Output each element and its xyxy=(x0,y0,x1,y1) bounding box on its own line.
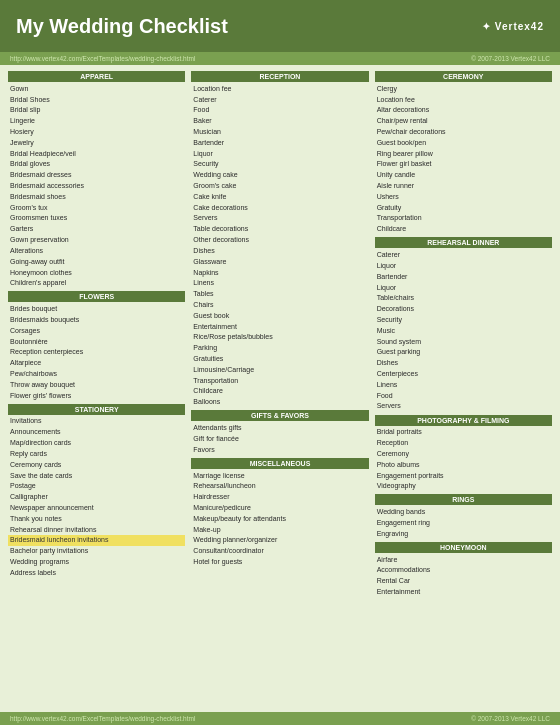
list-item: Lingerie xyxy=(8,115,185,126)
list-item: Bridal portraits xyxy=(375,427,552,438)
list-item: Security xyxy=(375,314,552,325)
column-1: APPAREL Gown Bridal Shoes Bridal slip Li… xyxy=(8,71,185,706)
list-item: Reply cards xyxy=(8,448,185,459)
list-item: Airfare xyxy=(375,554,552,565)
list-item: Throw away bouquet xyxy=(8,379,185,390)
list-item: Servers xyxy=(191,213,368,224)
logo-text: ✦ Vertex42 xyxy=(482,21,544,32)
copyright-bottom: © 2007-2013 Vertex42 LLC xyxy=(471,715,550,722)
list-item: Clergy xyxy=(375,83,552,94)
list-item: Altarpiece xyxy=(8,358,185,369)
section-header-rehearsal: REHEARSAL DINNER xyxy=(375,237,552,248)
list-item: Liquor xyxy=(375,282,552,293)
list-item: Location fee xyxy=(375,94,552,105)
list-item: Chair/pew rental xyxy=(375,115,552,126)
column-3: CEREMONY Clergy Location fee Altar decor… xyxy=(375,71,552,706)
url-text-top: http://www.vertex42.com/ExcelTemplates/w… xyxy=(10,55,195,62)
list-item: Wedding cake xyxy=(191,170,368,181)
list-item: Honeymoon clothes xyxy=(8,267,185,278)
list-item: Bartender xyxy=(191,137,368,148)
list-item: Groom's tux xyxy=(8,202,185,213)
list-item: Centerpieces xyxy=(375,368,552,379)
list-item: Manicure/pedicure xyxy=(191,502,368,513)
list-item: Flower girl basket xyxy=(375,159,552,170)
list-item: Ceremony xyxy=(375,448,552,459)
list-item: Balloons xyxy=(191,397,368,408)
list-item: Pew/chairbows xyxy=(8,368,185,379)
list-item: Unity candle xyxy=(375,170,552,181)
list-item: Pew/chair decorations xyxy=(375,126,552,137)
list-item: Announcements xyxy=(8,427,185,438)
section-header-photography: PHOTOGRAPHY & FILMING xyxy=(375,415,552,426)
list-item: Children's apparel xyxy=(8,278,185,289)
list-item: Marriage license xyxy=(191,470,368,481)
list-item: Makeup/beauty for attendants xyxy=(191,513,368,524)
list-item: Wedding planner/organizer xyxy=(191,535,368,546)
section-header-rings: RINGS xyxy=(375,494,552,505)
list-item: Flower girls' flowers xyxy=(8,390,185,401)
page: My Wedding Checklist ✦ Vertex42 http://w… xyxy=(0,0,560,725)
list-item: Bridesmaid shoes xyxy=(8,191,185,202)
list-item: Reception centerpieces xyxy=(8,347,185,358)
list-item: Entertainment xyxy=(375,586,552,597)
list-item: Newspaper announcement xyxy=(8,502,185,513)
list-item: Bachelor party invitations xyxy=(8,546,185,557)
list-item: Corsages xyxy=(8,325,185,336)
url-bar-top: http://www.vertex42.com/ExcelTemplates/w… xyxy=(0,52,560,65)
list-item: Linens xyxy=(191,278,368,289)
main-content: APPAREL Gown Bridal Shoes Bridal slip Li… xyxy=(0,65,560,712)
section-header-reception: RECEPTION xyxy=(191,71,368,82)
list-item: Hairdresser xyxy=(191,491,368,502)
list-item: Bridal Shoes xyxy=(8,94,185,105)
page-title: My Wedding Checklist xyxy=(16,15,228,38)
list-item: Rehearsal dinner invitations xyxy=(8,524,185,535)
list-item: Invitations xyxy=(8,416,185,427)
list-item: Food xyxy=(375,390,552,401)
list-item: Map/direction cards xyxy=(8,437,185,448)
list-item: Groom's cake xyxy=(191,180,368,191)
list-item: Guest book xyxy=(191,310,368,321)
list-item: Transportation xyxy=(375,213,552,224)
list-item: Jewelry xyxy=(8,137,185,148)
copyright-top: © 2007-2013 Vertex42 LLC xyxy=(471,55,550,62)
list-item: Chairs xyxy=(191,299,368,310)
list-item-highlighted: Bridesmaid luncheon invitations xyxy=(8,535,185,546)
list-item: Postage xyxy=(8,481,185,492)
list-item: Gift for fiancée xyxy=(191,433,368,444)
list-item: Alterations xyxy=(8,245,185,256)
list-item: Dishes xyxy=(191,245,368,256)
section-header-ceremony: CEREMONY xyxy=(375,71,552,82)
list-item: Sound system xyxy=(375,336,552,347)
list-item: Videography xyxy=(375,481,552,492)
list-item: Hosiery xyxy=(8,126,185,137)
list-item: Cake knife xyxy=(191,191,368,202)
list-item: Guest parking xyxy=(375,347,552,358)
section-header-stationery: STATIONERY xyxy=(8,404,185,415)
list-item: Glassware xyxy=(191,256,368,267)
list-item: Reception xyxy=(375,437,552,448)
list-item: Wedding programs xyxy=(8,556,185,567)
list-item: Bridal gloves xyxy=(8,159,185,170)
list-item: Childcare xyxy=(375,224,552,235)
list-item: Music xyxy=(375,325,552,336)
list-item: Wedding bands xyxy=(375,506,552,517)
list-item: Save the date cards xyxy=(8,470,185,481)
list-item: Musician xyxy=(191,126,368,137)
list-item: Caterer xyxy=(191,94,368,105)
list-item: Brides bouquet xyxy=(8,303,185,314)
list-item: Bridesmaid dresses xyxy=(8,170,185,181)
list-item: Table decorations xyxy=(191,224,368,235)
list-item: Decorations xyxy=(375,303,552,314)
list-item: Entertainment xyxy=(191,321,368,332)
list-item: Make-up xyxy=(191,524,368,535)
list-item: Table/chairs xyxy=(375,293,552,304)
list-item: Groomsmen tuxes xyxy=(8,213,185,224)
list-item: Caterer xyxy=(375,249,552,260)
list-item: Baker xyxy=(191,115,368,126)
list-item: Going-away outfit xyxy=(8,256,185,267)
url-text-bottom: http://www.vertex42.com/ExcelTemplates/w… xyxy=(10,715,195,722)
header: My Wedding Checklist ✦ Vertex42 xyxy=(0,0,560,52)
list-item: Aisle runner xyxy=(375,180,552,191)
list-item: Boutonnière xyxy=(8,336,185,347)
section-header-gifts: GIFTS & FAVORS xyxy=(191,410,368,421)
